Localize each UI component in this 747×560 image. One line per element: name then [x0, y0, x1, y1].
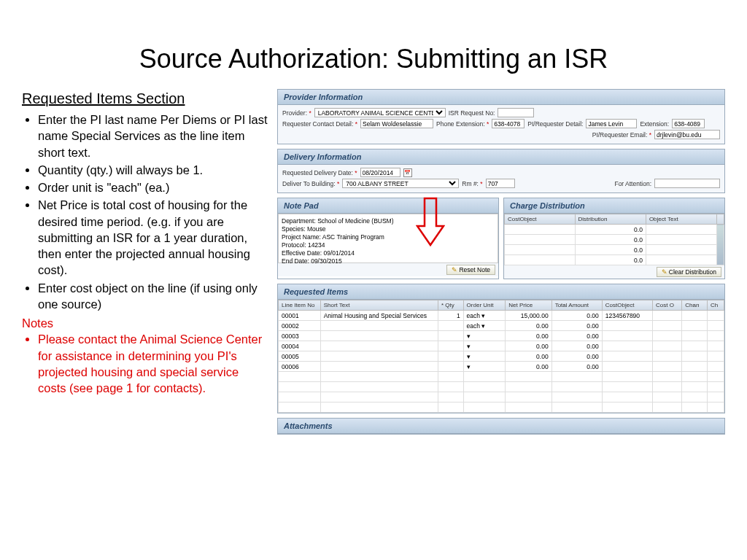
reset-note-button[interactable]: ✎Reset Note — [446, 265, 495, 275]
list-item: Net Price is total cost of housing for t… — [38, 197, 270, 278]
list-item: Enter cost object on the line (if using … — [38, 280, 270, 313]
calendar-icon[interactable]: 📅 — [403, 168, 412, 177]
list-item: Please contact the Animal Science Center… — [38, 331, 270, 396]
attachments-panel: Attachments — [277, 418, 725, 435]
chevron-down-icon[interactable]: ▾ — [467, 363, 471, 370]
panel-heading: Provider Information — [278, 90, 724, 105]
pidetail-input[interactable] — [586, 119, 637, 128]
provider-label: Provider: * — [282, 109, 311, 117]
instructions-panel: Requested Items Section Enter the PI las… — [22, 89, 270, 439]
clear-distribution-button[interactable]: ✎Clear Distribution — [657, 267, 721, 277]
chevron-down-icon[interactable]: ▾ — [467, 332, 471, 340]
bldg-select[interactable]: 700 ALBANY STREET — [342, 179, 459, 188]
email-input[interactable] — [654, 130, 720, 139]
ext-label: Extension: — [640, 120, 669, 128]
ext-input[interactable] — [672, 119, 705, 128]
provider-select[interactable]: LABORATORY ANIMAL SCIENCE CENTER — [314, 108, 446, 117]
panel-heading: Charge Distribution — [504, 198, 724, 214]
notepad-text[interactable]: Department: School of Medicine (BUSM) Sp… — [278, 214, 498, 263]
phone-input[interactable] — [492, 119, 525, 128]
table-row — [279, 402, 724, 413]
isr-input[interactable] — [498, 108, 534, 117]
notes-list: Please contact the Animal Science Center… — [22, 331, 270, 396]
charge-panel: Charge Distribution CostObjectDistributi… — [503, 198, 725, 279]
chevron-down-icon[interactable]: ▾ — [467, 343, 471, 350]
charge-table: CostObjectDistributionObject Text 0.0 0.… — [504, 214, 724, 265]
scrollbar[interactable] — [717, 225, 724, 265]
panel-heading: Note Pad — [278, 198, 498, 214]
table-row: 00004▾0.000.00 — [279, 341, 724, 351]
chevron-down-icon[interactable]: ▾ — [467, 353, 471, 360]
list-item: Enter the PI last name Per Diems or PI l… — [38, 112, 270, 160]
date-input[interactable] — [360, 168, 400, 177]
notepad-panel: Note Pad Department: School of Medicine … — [277, 198, 499, 279]
table-row: 00003▾0.000.00 — [279, 331, 724, 341]
pencil-icon: ✎ — [662, 268, 667, 276]
notes-heading: Notes — [22, 315, 270, 331]
chevron-down-icon[interactable]: ▾ — [481, 322, 485, 330]
table-row: 0.0 — [505, 245, 724, 255]
panel-heading: Requested Items — [278, 284, 724, 300]
email-label: PI/Requester Email: * — [592, 131, 651, 139]
att-input[interactable] — [654, 179, 720, 188]
bldg-label: Deliver To Building: * — [282, 180, 339, 187]
items-panel: Requested Items Line Item No Short Text … — [277, 284, 725, 413]
list-item: Order unit is "each" (ea.) — [38, 179, 270, 195]
isr-label: ISR Request No: — [449, 109, 495, 117]
table-row: 00001Animal Housing and Special Services… — [279, 311, 724, 321]
rm-input[interactable] — [486, 179, 515, 188]
panel-heading: Attachments — [278, 419, 724, 434]
pidetail-label: PI/Requester Detail: — [527, 120, 583, 128]
section-heading: Requested Items Section — [22, 89, 270, 109]
table-row: 0.0 — [505, 235, 724, 245]
table-row: 0.0 — [505, 225, 724, 235]
provider-panel: Provider Information Provider: * LABORAT… — [277, 89, 725, 144]
contact-label: Requester Contact Detail: * — [282, 120, 357, 128]
delivery-panel: Delivery Information Requested Delivery … — [277, 149, 725, 193]
contact-input[interactable] — [360, 119, 433, 128]
chevron-down-icon[interactable]: ▾ — [481, 312, 485, 319]
panel-heading: Delivery Information — [278, 149, 724, 165]
slide-title: Source Authorization: Submitting an ISR — [0, 0, 747, 89]
screenshot-panel: Provider Information Provider: * LABORAT… — [277, 89, 725, 439]
table-row: 00005▾0.000.00 — [279, 351, 724, 362]
table-row: 0.0 — [505, 255, 724, 265]
date-label: Requested Delivery Date: * — [282, 169, 357, 176]
att-label: For Attention: — [614, 180, 651, 187]
pencil-icon: ✎ — [452, 266, 457, 273]
table-row — [279, 382, 724, 392]
table-row — [279, 392, 724, 402]
table-row: 00006▾0.000.00 — [279, 362, 724, 372]
arrow-annotation-icon — [416, 197, 445, 248]
phone-label: Phone Extension: * — [436, 120, 489, 128]
items-table: Line Item No Short Text * Qty Order Unit… — [278, 300, 724, 413]
list-item: Quantity (qty.) will always be 1. — [38, 162, 270, 178]
table-row: 00002each ▾0.000.00 — [279, 321, 724, 331]
rm-label: Rm #: * — [462, 180, 482, 187]
instruction-list: Enter the PI last name Per Diems or PI l… — [22, 112, 270, 312]
table-row — [279, 372, 724, 382]
